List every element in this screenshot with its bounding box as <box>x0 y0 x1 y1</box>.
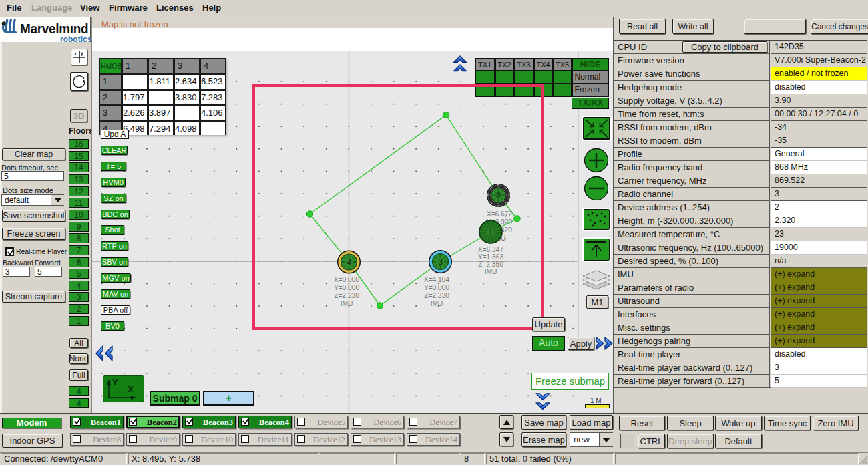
svg-text:y: y <box>81 51 83 56</box>
svg-text:x: x <box>74 51 77 56</box>
svg-text:Y: Y <box>112 377 118 388</box>
svg-text:X: X <box>128 384 134 394</box>
